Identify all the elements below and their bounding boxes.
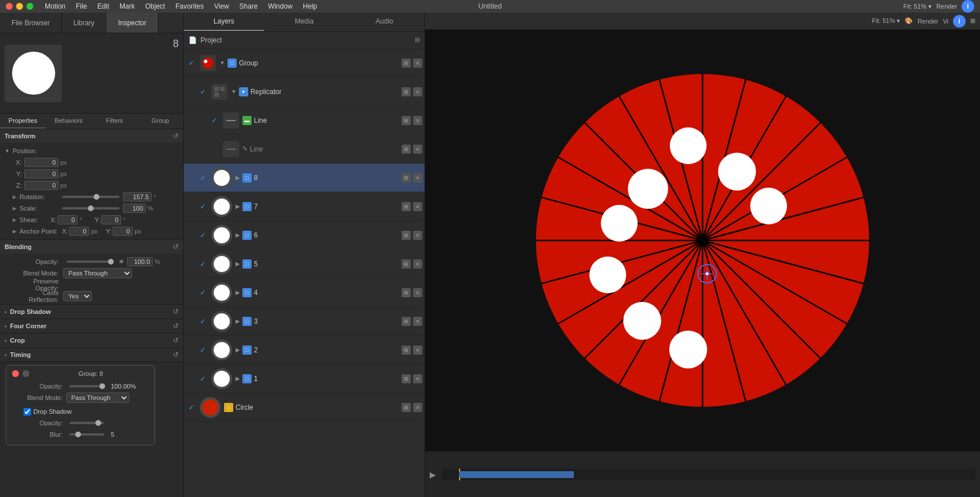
layer-8-check[interactable]: ✓	[200, 174, 209, 182]
layer-4-action1[interactable]: ⊞	[402, 288, 411, 297]
window-controls[interactable]	[6, 3, 33, 10]
layer-7-check[interactable]: ✓	[200, 203, 209, 211]
layer-5-check[interactable]: ✓	[200, 260, 209, 268]
layer-2-expand[interactable]: ▶	[236, 347, 240, 353]
timing-reset-icon[interactable]: ↺	[173, 351, 179, 359]
grid-button[interactable]: ⊞	[970, 17, 975, 25]
layer-3-actions[interactable]: ⊞ ≡	[402, 317, 422, 326]
layer-1-actions[interactable]: ⊞ ≡	[402, 374, 422, 383]
layer-circle-action2[interactable]: ≡	[413, 403, 422, 412]
layer-1-action2[interactable]: ≡	[413, 374, 422, 383]
top-tabs[interactable]: File Browser Library Inspector	[0, 13, 183, 33]
floating-opacity-slider[interactable]	[70, 385, 104, 387]
menu-window[interactable]: Window	[268, 2, 293, 10]
anchor-x-input[interactable]	[69, 227, 89, 236]
layer-3[interactable]: ✓ ▶ □ 3 ⊞ ≡	[184, 307, 425, 336]
layer-line2-actions[interactable]: ⊞ ≡	[402, 145, 422, 154]
layer-replicator-action1[interactable]: ⊞	[402, 87, 411, 96]
menu-motion[interactable]: Motion	[45, 2, 65, 10]
floating-ds-opacity-slider[interactable]	[70, 422, 104, 424]
shear-y-input[interactable]	[101, 215, 121, 224]
view-button[interactable]: Vi	[943, 18, 948, 25]
menu-help[interactable]: Help	[303, 2, 317, 10]
position-expand-arrow[interactable]: ▼	[5, 148, 13, 154]
transform-reset-icon[interactable]: ↺	[173, 132, 179, 140]
layer-4-check[interactable]: ✓	[200, 289, 209, 297]
layer-group-check[interactable]: ✓	[188, 59, 198, 67]
floating-blur-thumb[interactable]	[75, 432, 81, 437]
four-corner-header[interactable]: ▪ Four Corner ↺	[0, 319, 183, 333]
layer-group-expand[interactable]: ▼	[219, 60, 225, 66]
layer-line2-action2[interactable]: ≡	[413, 145, 422, 154]
floating-blend-select[interactable]: Pass Through Normal	[66, 393, 129, 403]
minimize-button[interactable]	[16, 3, 23, 10]
shear-x-input[interactable]	[57, 215, 78, 224]
drop-shadow-reset-icon[interactable]: ↺	[173, 308, 179, 316]
floating-blur-slider[interactable]	[70, 433, 104, 436]
tab-group[interactable]: Group	[137, 114, 183, 129]
scale-thumb[interactable]	[88, 205, 94, 211]
shear-expand-arrow[interactable]: ▶	[13, 217, 20, 223]
floating-opacity-thumb[interactable]	[99, 383, 105, 389]
anchor-expand-arrow[interactable]: ▶	[13, 228, 20, 234]
layer-replicator[interactable]: ✓ ▼ ✦ Replicator ⊞ ≡	[184, 77, 425, 106]
play-button[interactable]: ▶	[430, 470, 436, 479]
red-circle-container[interactable]	[519, 57, 886, 424]
layer-2-action2[interactable]: ≡	[413, 345, 422, 355]
menu-bar[interactable]: Motion File Edit Mark Object Favorites V…	[45, 2, 317, 10]
scale-expand-arrow[interactable]: ▶	[13, 205, 20, 211]
timeline-controls[interactable]: ▶	[430, 470, 436, 479]
layer-2[interactable]: ✓ ▶ □ 2 ⊞ ≡	[184, 336, 425, 364]
position-x-input[interactable]	[24, 158, 59, 167]
floating-close-button[interactable]	[12, 370, 19, 377]
rotation-expand-arrow[interactable]: ▶	[13, 194, 20, 200]
drop-shadow-header[interactable]: ▪ Drop Shadow ↺	[0, 305, 183, 319]
layer-line1-action2[interactable]: ≡	[413, 116, 422, 125]
layer-8-action2[interactable]: ≡	[413, 173, 422, 183]
layers-tabs[interactable]: Layers Media Audio	[184, 13, 425, 32]
layer-group-actions[interactable]: ⊞ ≡	[402, 59, 422, 68]
floating-drop-shadow-checkbox[interactable]	[24, 408, 31, 416]
rotation-slider[interactable]	[62, 196, 119, 198]
layer-circle-action1[interactable]: ⊞	[402, 403, 411, 412]
timeline-bar[interactable]	[442, 469, 975, 480]
layer-5-expand[interactable]: ▶	[236, 261, 240, 267]
layer-1[interactable]: ✓ ▶ □ 1 ⊞ ≡	[184, 364, 425, 393]
rotation-thumb[interactable]	[94, 194, 99, 200]
anchor-y-input[interactable]	[113, 227, 133, 236]
timing-header[interactable]: ▪ Timing ↺	[0, 348, 183, 362]
layer-6-actions[interactable]: ⊞ ≡	[402, 231, 422, 240]
layer-line1-check[interactable]: ✓	[211, 117, 221, 125]
layer-3-expand[interactable]: ▶	[236, 318, 240, 324]
layer-line1-action1[interactable]: ⊞	[402, 116, 411, 125]
layer-3-check[interactable]: ✓	[200, 317, 209, 325]
tab-behaviors[interactable]: Behaviors	[46, 114, 92, 129]
menu-object[interactable]: Object	[145, 2, 165, 10]
layer-6-check[interactable]: ✓	[200, 231, 209, 239]
layer-6-action2[interactable]: ≡	[413, 231, 422, 240]
layer-circle[interactable]: ✓ ○ Circle ⊞ ≡	[184, 393, 425, 422]
crop-header[interactable]: ▪ Crop ↺	[0, 333, 183, 347]
tab-properties[interactable]: Properties	[0, 114, 46, 129]
menu-view[interactable]: View	[214, 2, 229, 10]
render-button[interactable]: Render	[917, 18, 938, 25]
menu-edit[interactable]: Edit	[97, 2, 109, 10]
crop-reset-icon[interactable]: ↺	[173, 336, 179, 344]
layer-1-check[interactable]: ✓	[200, 375, 209, 383]
menu-favorites[interactable]: Favorites	[175, 2, 203, 10]
blending-reset-icon[interactable]: ↺	[173, 243, 179, 251]
tab-media[interactable]: Media	[264, 13, 345, 31]
close-button[interactable]	[6, 3, 13, 10]
fit-control[interactable]: Fit: 51% ▾	[872, 17, 900, 25]
layer-3-action2[interactable]: ≡	[413, 317, 422, 326]
menu-file[interactable]: File	[76, 2, 87, 10]
tab-layers[interactable]: Layers	[184, 13, 264, 31]
layer-4[interactable]: ✓ ▶ □ 4 ⊞ ≡	[184, 278, 425, 307]
project-action[interactable]: ⊞	[415, 36, 420, 44]
opacity-thumb[interactable]	[108, 259, 114, 265]
menu-share[interactable]: Share	[240, 2, 258, 10]
position-z-input[interactable]	[24, 181, 59, 190]
layer-4-actions[interactable]: ⊞ ≡	[402, 288, 422, 297]
layer-7-action2[interactable]: ≡	[413, 202, 422, 211]
layer-7[interactable]: ✓ ▶ □ 7 ⊞ ≡	[184, 192, 425, 221]
